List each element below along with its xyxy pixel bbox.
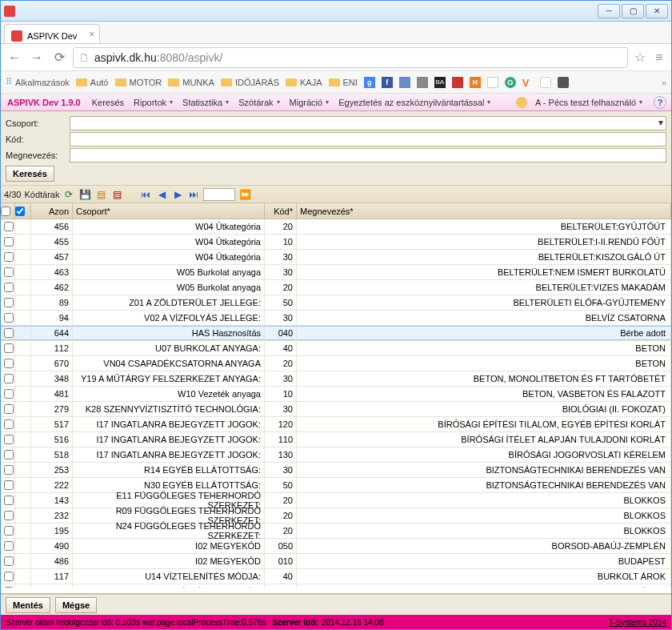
row-checkbox[interactable] bbox=[1, 554, 15, 568]
cancel-button[interactable]: Mégse bbox=[55, 597, 97, 613]
table-row[interactable]: 481W10 Vezeték anyaga10BETON, VASBETON É… bbox=[1, 387, 671, 402]
csoport-input[interactable] bbox=[70, 116, 666, 130]
row-checkbox[interactable] bbox=[1, 493, 15, 508]
row-checkbox[interactable] bbox=[1, 539, 15, 553]
table-row[interactable]: 486I02 MEGYEKÓD010BUDAPEST bbox=[1, 554, 671, 569]
prev-page-icon[interactable]: ◀ bbox=[155, 188, 168, 201]
table-row[interactable]: 455W04 Útkategória10BELTERÜLET:I-II.REND… bbox=[1, 235, 671, 250]
first-page-icon[interactable]: ⏮ bbox=[139, 188, 152, 201]
row-checkbox[interactable] bbox=[1, 311, 15, 325]
maximize-button[interactable]: ▢ bbox=[622, 4, 644, 18]
bm-icon[interactable]: g bbox=[364, 77, 375, 88]
menu-statisztika[interactable]: Statisztika bbox=[178, 98, 234, 107]
bm-icon[interactable] bbox=[487, 77, 498, 88]
bm-folder[interactable]: IDŐJÁRÁS bbox=[221, 78, 279, 87]
forward-button[interactable]: → bbox=[28, 49, 46, 66]
add-row-icon[interactable]: ▤ bbox=[94, 188, 107, 201]
save-button[interactable]: Mentés bbox=[6, 597, 50, 613]
csoport-dropdown-icon[interactable]: ▾ bbox=[658, 117, 663, 128]
row-checkbox[interactable] bbox=[1, 371, 15, 386]
bm-icon[interactable]: H bbox=[470, 77, 481, 88]
bm-icon[interactable] bbox=[417, 77, 428, 88]
table-row[interactable]: 253R14 EGYÉB ELLÁTOTTSÁG:30BIZTONSÁGTECH… bbox=[1, 463, 671, 478]
table-row[interactable]: 89Z01 A ZÖLDTERÜLET JELLEGE:50BELTERÜLET… bbox=[1, 295, 671, 311]
last-page-icon[interactable]: ⏭ bbox=[187, 188, 200, 201]
bm-folder[interactable]: ENI bbox=[329, 78, 358, 87]
table-row[interactable]: 279K28 SZENNYVÍZTISZTÍTÓ TECHNOLÓGIA:30B… bbox=[1, 402, 671, 417]
menu-kereses[interactable]: Keresés bbox=[87, 98, 129, 107]
bm-folder[interactable]: MOTOR bbox=[115, 78, 162, 87]
header-kod[interactable]: Kód* bbox=[265, 203, 297, 219]
row-checkbox[interactable] bbox=[1, 432, 15, 447]
row-checkbox[interactable] bbox=[1, 250, 15, 264]
minimize-button[interactable]: ─ bbox=[598, 4, 620, 18]
row-checkbox[interactable] bbox=[1, 326, 15, 340]
row-checkbox[interactable] bbox=[1, 402, 15, 416]
header-csoport[interactable]: Csoport* bbox=[73, 203, 265, 219]
close-button[interactable]: ✕ bbox=[646, 4, 668, 18]
bm-folder[interactable]: Autó bbox=[76, 78, 109, 87]
header-megnevezes[interactable]: Megnevezés* bbox=[297, 203, 671, 219]
row-checkbox[interactable] bbox=[1, 584, 15, 588]
tab-close-icon[interactable]: × bbox=[89, 29, 94, 40]
row-checkbox[interactable] bbox=[1, 524, 15, 538]
row-checkbox[interactable] bbox=[1, 387, 15, 401]
table-row[interactable]: 670VN04 CSAPADÉKCSATORNA ANYAGA20BETON bbox=[1, 356, 671, 371]
page-input[interactable] bbox=[203, 188, 235, 201]
row-checkbox[interactable] bbox=[1, 447, 15, 462]
bm-icon[interactable]: O bbox=[505, 77, 516, 88]
table-row[interactable]: 94V02 A VÍZFOLYÁS JELLEGE:30BELVÍZ CSATO… bbox=[1, 311, 671, 326]
menu-icon[interactable]: ≡ bbox=[652, 50, 666, 65]
menu-migracio[interactable]: Migráció bbox=[285, 98, 334, 107]
table-row[interactable]: 644HAS Hasznosítás040Bérbe adott bbox=[1, 326, 671, 341]
status-vendor[interactable]: T-Systems 2014 bbox=[609, 618, 666, 627]
bm-icon[interactable]: BA bbox=[434, 77, 446, 88]
search-button[interactable]: Keresés bbox=[6, 166, 54, 182]
row-checkbox[interactable] bbox=[1, 569, 15, 584]
row-checkbox[interactable] bbox=[1, 341, 15, 355]
table-row[interactable]: 75F14 CSAPADÉKVÍZ ELVEZETÉS:40BURKOLT ÁR… bbox=[1, 584, 671, 588]
row-checkbox[interactable] bbox=[1, 280, 15, 295]
menu-riportok[interactable]: Riportok bbox=[129, 98, 178, 107]
user-menu[interactable]: A - Pécs teszt felhasználó bbox=[530, 98, 647, 107]
refresh-icon[interactable]: ⟳ bbox=[62, 188, 75, 201]
row-checkbox[interactable] bbox=[1, 219, 15, 234]
row-checkbox[interactable] bbox=[1, 508, 15, 523]
table-row[interactable]: 517I17 INGATLANRA BEJEGYZETT JOGOK:120BÍ… bbox=[1, 417, 671, 432]
table-row[interactable]: 456W04 Útkategória20BELTERÜLET:GYŰJTŐÚT bbox=[1, 219, 671, 235]
bm-folder[interactable]: MUNKA bbox=[168, 78, 214, 87]
row-checkbox[interactable] bbox=[1, 463, 15, 477]
next-page-icon[interactable]: ▶ bbox=[171, 188, 184, 201]
header-checkbox-secondary[interactable] bbox=[15, 203, 31, 219]
delete-row-icon[interactable]: ▤ bbox=[110, 188, 123, 201]
header-checkbox-all[interactable] bbox=[1, 203, 15, 219]
save-icon[interactable]: 💾 bbox=[78, 188, 91, 201]
table-row[interactable]: 195N24 FÜGGŐLEGES TEHERHORDÓ SZERKEZET:2… bbox=[1, 524, 671, 539]
row-checkbox[interactable] bbox=[1, 235, 15, 249]
bookmark-star-icon[interactable]: ☆ bbox=[633, 50, 647, 65]
reload-button[interactable]: ⟳ bbox=[50, 49, 68, 66]
table-row[interactable]: 490I02 MEGYEKÓD050BORSOD-ABAÚJ-ZEMPLÉN bbox=[1, 539, 671, 554]
goto-page-icon[interactable]: ⏩ bbox=[238, 188, 251, 201]
header-azon[interactable]: Azon bbox=[31, 203, 73, 219]
row-checkbox[interactable] bbox=[1, 417, 15, 431]
row-checkbox[interactable] bbox=[1, 295, 15, 310]
table-row[interactable]: 518I17 INGATLANRA BEJEGYZETT JOGOK:130BÍ… bbox=[1, 447, 671, 463]
bm-icon[interactable] bbox=[558, 77, 569, 88]
back-button[interactable]: ← bbox=[6, 49, 23, 66]
help-button[interactable]: ? bbox=[654, 96, 666, 109]
menu-szotarak[interactable]: Szótárak bbox=[234, 98, 284, 107]
bm-icon[interactable]: V bbox=[522, 77, 534, 88]
table-row[interactable]: 457W04 Útkategória30BELTERÜLET:KISZOLGÁL… bbox=[1, 250, 671, 265]
url-bar[interactable]: 🗋 aspivk.dk.hu:8080/aspivk/ bbox=[73, 47, 628, 68]
bm-folder[interactable]: KAJA bbox=[286, 78, 322, 87]
row-checkbox[interactable] bbox=[1, 265, 15, 279]
table-row[interactable]: 117U14 VÍZTELENÍTÉS MÓDJA:40BURKOLT ÁROK bbox=[1, 569, 671, 584]
table-row[interactable]: 462W05 Burkolat anyaga20BELTERÜLET:VIZES… bbox=[1, 280, 671, 295]
bm-icon[interactable]: f bbox=[382, 77, 393, 88]
menu-egyeztetes[interactable]: Egyeztetés az eszköznyilvántartással bbox=[334, 98, 495, 107]
table-row[interactable]: 348Y19 A MŰTÁRGY FELSZERKEZET ANYAGA:30B… bbox=[1, 371, 671, 387]
table-row[interactable]: 516I17 INGATLANRA BEJEGYZETT JOGOK:110BÍ… bbox=[1, 432, 671, 447]
bm-icon[interactable] bbox=[540, 77, 551, 88]
browser-tab[interactable]: ASPIVK Dev × bbox=[4, 24, 100, 43]
